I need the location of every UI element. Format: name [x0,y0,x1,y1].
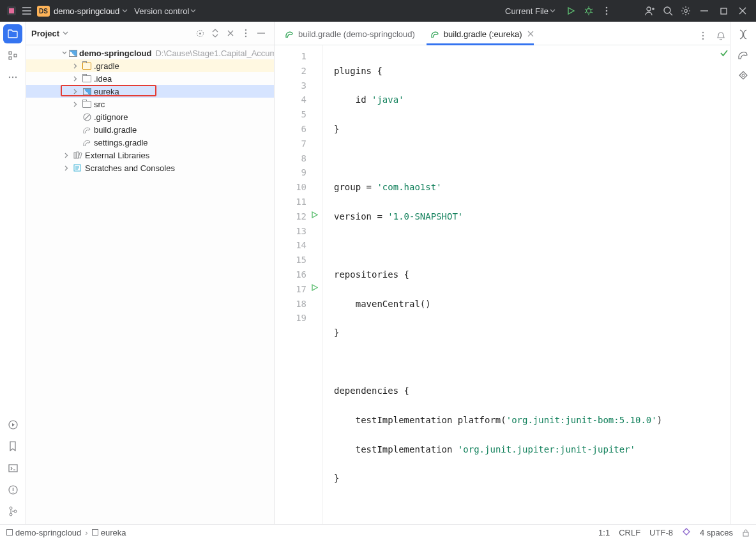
chevron-down-icon[interactable] [190,9,196,13]
add-user-icon[interactable] [641,2,659,20]
project-name[interactable]: demo-springcloud [54,6,119,16]
svg-rect-10 [9,57,11,59]
chevron-right-icon[interactable] [71,101,80,107]
gradle-file-icon [285,30,294,38]
svg-point-24 [245,33,246,34]
project-tool-icon[interactable] [3,24,22,43]
ignore-file-icon [82,113,92,121]
code-editor[interactable]: 1234567891011 12 13141516 17 1819 plugin… [275,45,730,540]
debug-icon[interactable] [580,2,598,20]
expand-all-icon[interactable] [208,26,223,41]
chevron-right-icon[interactable] [71,89,80,94]
gradle-file-icon [82,126,92,134]
collapse-icon[interactable] [223,26,238,41]
chevron-down-icon[interactable] [62,50,67,56]
tree-item-eureka[interactable]: eureka [26,85,274,98]
svg-point-3 [606,10,608,12]
structure-tool-icon[interactable] [3,46,22,65]
lock-icon[interactable] [742,529,750,537]
code-content[interactable]: plugins { id 'java' } group = 'com.hao1s… [322,45,718,540]
chevron-down-icon[interactable] [122,9,128,13]
chevron-right-icon[interactable] [62,165,71,171]
run-tool-icon[interactable] [3,415,22,434]
folder-icon [82,75,92,82]
vcs-tool-icon[interactable] [3,502,22,521]
gear-icon[interactable] [677,2,695,20]
check-icon[interactable] [720,49,729,57]
ai-tool-icon[interactable] [734,26,752,43]
more-icon[interactable] [694,27,712,45]
status-bar: demo-springcloud › eureka 1:1 CRLF UTF-8… [0,524,756,540]
sidebar-title[interactable]: Project [31,29,59,38]
search-icon[interactable] [659,2,677,20]
tree-label: eureka [94,87,119,96]
version-control[interactable]: Version control [134,6,189,16]
tree-item-settings-gradle[interactable]: settings.gradle [26,136,274,149]
tree-item-gradle[interactable]: .gradle [26,59,274,72]
chevron-right-icon[interactable] [71,63,80,69]
run-target[interactable]: Current File [505,6,548,16]
chevron-right-icon[interactable] [71,76,80,82]
encoding[interactable]: UTF-8 [649,528,673,537]
problems-tool-icon[interactable] [3,480,22,499]
chevron-down-icon[interactable] [63,31,68,35]
maximize-icon[interactable] [714,2,733,20]
svg-point-25 [245,36,246,37]
more-icon[interactable] [598,2,616,20]
run-gutter-icon[interactable] [312,211,318,218]
close-tab-icon[interactable] [527,31,534,37]
gradle-tool-icon[interactable] [734,46,752,64]
chevron-right-icon[interactable] [62,153,71,158]
gradle-file-icon [430,30,440,38]
run-gutter-icon[interactable] [312,284,318,291]
svg-rect-9 [9,52,11,54]
svg-point-2 [606,7,608,9]
svg-point-1 [587,9,591,13]
line-separator[interactable]: CRLF [619,528,640,537]
tree-item-build-gradle[interactable]: build.gradle [26,123,274,136]
tree-scratches[interactable]: Scratches and Consoles [26,161,274,174]
plugin-tool-icon[interactable] [734,66,752,84]
tree-external-libs[interactable]: External Libraries [26,149,274,161]
svg-point-19 [10,513,12,516]
indent[interactable]: 4 spaces [700,528,733,537]
tab-build-gradle-root[interactable]: build.gradle (demo-springcloud) [277,23,423,45]
chevron-down-icon[interactable] [550,9,556,13]
cursor-position[interactable]: 1:1 [598,528,610,537]
hamburger-icon[interactable] [20,4,33,17]
libraries-icon [73,151,83,160]
svg-point-23 [245,29,246,31]
locate-icon[interactable] [192,26,208,41]
close-icon[interactable] [733,2,752,20]
tree-label: settings.gradle [94,138,148,147]
more-tool-icon[interactable] [3,68,22,87]
tree-label: External Libraries [85,151,149,160]
breadcrumb[interactable]: demo-springcloud › eureka [6,528,126,537]
tree-item-idea[interactable]: .idea [26,72,274,85]
svg-point-13 [12,77,13,78]
project-tree[interactable]: demo-springcloud D:\Cause\Stage1.Capital… [26,45,274,540]
run-icon[interactable] [562,2,580,20]
tree-item-gitignore[interactable]: .gitignore [26,110,274,123]
tab-build-gradle-eureka[interactable]: build.gradle (:eureka) [423,23,538,45]
svg-rect-16 [9,465,17,472]
tree-root[interactable]: demo-springcloud D:\Cause\Stage1.Capital… [26,47,274,59]
terminal-tool-icon[interactable] [3,458,22,477]
crumb[interactable]: demo-springcloud [15,528,81,537]
hide-icon[interactable] [253,26,269,41]
more-icon[interactable] [238,26,253,41]
tab-label: build.gradle (demo-springcloud) [298,29,415,39]
tree-item-src[interactable]: src [26,98,274,110]
svg-rect-34 [743,532,748,536]
crumb[interactable]: eureka [101,528,126,537]
bookmarks-tool-icon[interactable] [3,437,22,456]
tree-label: src [94,100,105,109]
svg-rect-27 [74,153,76,158]
svg-point-14 [15,77,17,78]
notifications-icon[interactable] [712,27,730,45]
minimize-icon[interactable] [695,2,714,20]
editor-area: build.gradle (demo-springcloud) build.gr… [275,22,730,540]
svg-point-31 [702,35,704,36]
memory-icon[interactable] [682,527,691,538]
svg-rect-8 [721,8,727,14]
